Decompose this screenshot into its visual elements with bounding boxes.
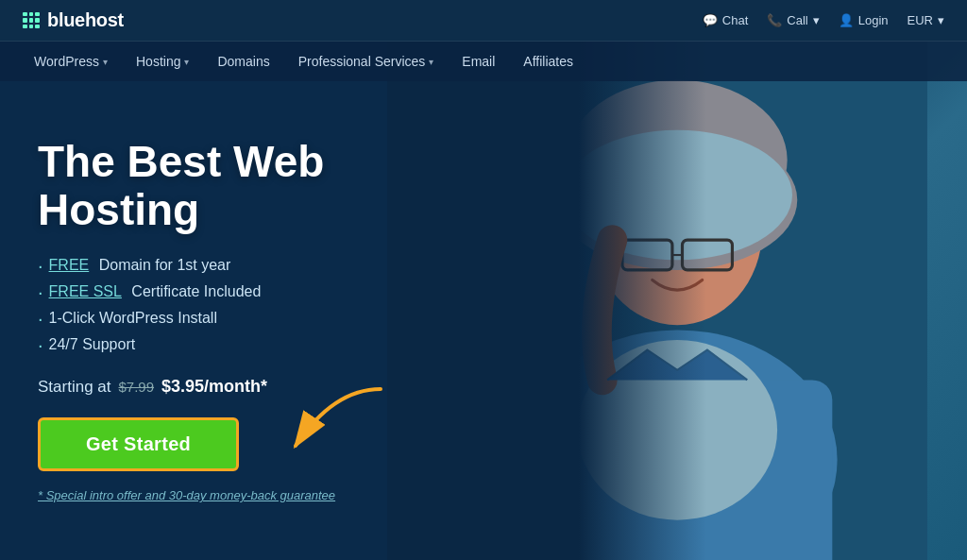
pricing-row: Starting at $7.99 $3.95/month* bbox=[38, 377, 453, 397]
nav-item-wordpress[interactable]: WordPress ▾ bbox=[23, 46, 119, 76]
hero-content: The Best Web Hosting FREE Domain for 1st… bbox=[0, 81, 453, 502]
chat-icon: 💬 bbox=[703, 13, 718, 27]
free-domain-link[interactable]: FREE bbox=[49, 257, 90, 274]
pro-services-chevron-icon: ▾ bbox=[429, 57, 433, 67]
nav-item-professional-services[interactable]: Professional Services ▾ bbox=[287, 46, 446, 76]
free-ssl-link[interactable]: FREE SSL bbox=[49, 283, 122, 300]
login-link[interactable]: 👤 Login bbox=[839, 13, 889, 27]
top-bar-actions: 💬 Chat 📞 Call ▾ 👤 Login EUR ▾ bbox=[703, 13, 944, 27]
nav-item-email[interactable]: Email bbox=[450, 46, 506, 76]
hero-background bbox=[387, 0, 967, 560]
call-chevron-icon: ▾ bbox=[813, 13, 820, 27]
logo-grid-icon bbox=[23, 12, 40, 29]
currency-chevron-icon: ▾ bbox=[938, 13, 944, 27]
nav-item-hosting[interactable]: Hosting ▾ bbox=[125, 46, 200, 76]
price-new: $3.95/month* bbox=[161, 377, 267, 397]
feature-item-support: 24/7 Support bbox=[38, 335, 453, 354]
nav-item-affiliates[interactable]: Affiliates bbox=[512, 46, 585, 76]
logo[interactable]: bluehost bbox=[23, 9, 124, 31]
disclaimer-text[interactable]: * Special intro offer and 30-day money-b… bbox=[38, 488, 453, 502]
call-link[interactable]: 📞 Call ▾ bbox=[767, 13, 819, 27]
main-nav: WordPress ▾ Hosting ▾ Domains Profession… bbox=[0, 42, 967, 81]
feature-item-ssl: FREE SSL Certificate Included bbox=[38, 282, 453, 301]
logo-text: bluehost bbox=[47, 9, 124, 31]
top-bar: bluehost 💬 Chat 📞 Call ▾ 👤 Login EUR ▾ bbox=[0, 0, 967, 42]
phone-icon: 📞 bbox=[767, 13, 782, 27]
currency-selector[interactable]: EUR ▾ bbox=[908, 13, 944, 27]
wordpress-chevron-icon: ▾ bbox=[103, 57, 108, 67]
pricing-prefix: Starting at bbox=[38, 378, 111, 397]
hero-title: The Best Web Hosting bbox=[38, 138, 453, 233]
feature-item-wordpress: 1-Click WordPress Install bbox=[38, 309, 453, 328]
nav-item-domains[interactable]: Domains bbox=[206, 46, 280, 76]
user-icon: 👤 bbox=[839, 13, 854, 27]
cta-arrow bbox=[258, 380, 390, 465]
chat-link[interactable]: 💬 Chat bbox=[703, 13, 748, 27]
get-started-button[interactable]: Get Started bbox=[38, 417, 239, 471]
feature-list: FREE Domain for 1st year FREE SSL Certif… bbox=[38, 256, 453, 354]
hosting-chevron-icon: ▾ bbox=[184, 57, 189, 67]
price-old: $7.99 bbox=[119, 379, 155, 395]
cta-wrapper: Get Started bbox=[38, 417, 239, 471]
feature-item-domain: FREE Domain for 1st year bbox=[38, 256, 453, 275]
